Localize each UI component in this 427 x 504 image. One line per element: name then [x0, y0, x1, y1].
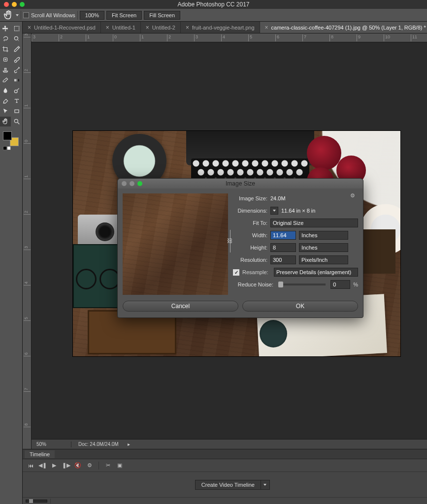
horizontal-ruler[interactable]: 32101234567891011121314	[32, 33, 427, 42]
minimize-window-button[interactable]	[12, 2, 17, 7]
crop-tool[interactable]	[0, 44, 11, 54]
window-controls	[4, 2, 25, 7]
split-clip-button[interactable]: ✂	[104, 462, 112, 470]
transition-button[interactable]: ▣	[116, 462, 124, 470]
dimensions-value: 11.64 in × 8 in	[281, 208, 315, 214]
dimensions-unit-dropdown[interactable]	[270, 207, 278, 215]
create-video-timeline-button[interactable]: Create Video Timeline	[195, 480, 270, 490]
go-to-first-frame-button[interactable]: ⏮	[27, 462, 34, 470]
ruler-tick: 3	[24, 33, 31, 37]
horizontal-scrollbar[interactable]	[137, 442, 427, 446]
zoom-100-button[interactable]: 100%	[80, 11, 104, 20]
foreground-swatch[interactable]	[3, 131, 12, 140]
ruler-tick: 9	[357, 34, 361, 41]
next-frame-button[interactable]: ❚▶	[62, 462, 70, 470]
close-window-button[interactable]	[4, 2, 9, 7]
brush-tool[interactable]	[11, 55, 22, 64]
settings-gear-icon[interactable]: ⚙	[86, 462, 94, 470]
close-tab-icon[interactable]: ×	[186, 24, 189, 31]
dialog-titlebar[interactable]: Image Size	[118, 179, 363, 189]
reduce-noise-slider[interactable]	[278, 284, 326, 285]
resolution-field[interactable]	[270, 255, 296, 264]
reduce-noise-field[interactable]	[330, 280, 350, 289]
ruler-tick: 3	[32, 34, 35, 41]
path-select-tool[interactable]	[0, 106, 11, 116]
hand-tool[interactable]	[0, 117, 11, 126]
fit-to-label: Fit To:	[233, 220, 267, 226]
tab-label: Untitled-1	[112, 25, 135, 31]
blur-tool[interactable]	[0, 86, 11, 95]
pen-tool[interactable]	[0, 96, 11, 106]
zoom-tool[interactable]	[11, 117, 22, 126]
ruler-tick: 11	[411, 34, 417, 41]
height-field[interactable]	[270, 243, 296, 252]
document-tab[interactable]: ×Untitled-1	[101, 22, 141, 33]
ruler-tick: 4	[24, 282, 31, 285]
fit-screen-button[interactable]: Fit Screen	[106, 11, 142, 20]
height-unit-select[interactable]: Inches	[299, 243, 348, 252]
close-tab-icon[interactable]: ×	[106, 24, 109, 31]
document-tab[interactable]: ×Untitled-1-Recovered.psd	[23, 22, 101, 33]
reduce-noise-label: Reduce Noise:	[233, 282, 273, 287]
fill-screen-button[interactable]: Fill Screen	[144, 11, 180, 20]
timeline-tab[interactable]: Timeline	[25, 450, 55, 458]
close-tab-icon[interactable]: ×	[28, 24, 31, 31]
timeline-zoom-slider[interactable]	[26, 500, 47, 503]
healing-brush-tool[interactable]	[0, 55, 11, 64]
create-video-dropdown[interactable]	[261, 480, 270, 490]
doc-info[interactable]: Doc: 24.0M/24.0M	[78, 441, 119, 447]
ok-button[interactable]: OK	[242, 301, 358, 312]
close-tab-icon[interactable]: ×	[265, 24, 268, 31]
resolution-unit-select[interactable]: Pixels/Inch	[299, 255, 348, 264]
document-tab[interactable]: ×Untitled-2	[141, 22, 181, 33]
zoom-level[interactable]: 50%	[36, 441, 64, 447]
ruler-tick: 5	[24, 317, 31, 321]
eraser-tool[interactable]	[0, 75, 11, 85]
fit-to-select[interactable]: Original Size	[270, 219, 358, 227]
ruler-tick: 5	[248, 34, 252, 41]
prev-frame-button[interactable]: ◀❚	[38, 462, 46, 470]
vertical-ruler[interactable]: 321012345678910	[23, 33, 32, 449]
eyedropper-tool[interactable]	[11, 44, 22, 54]
dodge-tool[interactable]	[11, 86, 22, 95]
maximize-window-button[interactable]	[20, 2, 25, 7]
link-width-height-icon[interactable]: ⛓	[228, 230, 233, 252]
resample-label: Resample:	[242, 269, 271, 275]
resample-method-select[interactable]: Preserve Details (enlargement)	[274, 268, 358, 277]
width-field[interactable]	[270, 231, 296, 240]
timeline-transport: ⏮ ◀❚ ▶ ❚▶ 🔇 ⚙ ✂ ▣	[23, 459, 427, 472]
cancel-button[interactable]: Cancel	[123, 301, 238, 312]
tool-panel	[0, 22, 23, 504]
type-tool[interactable]	[11, 96, 22, 106]
close-tab-icon[interactable]: ×	[146, 24, 149, 31]
svg-point-6	[14, 119, 18, 123]
tool-preset-dropdown[interactable]	[16, 14, 19, 16]
document-tab[interactable]: ×camera-classic-coffee-407294 (1).jpg @ …	[260, 22, 427, 33]
ruler-tick: 2	[24, 69, 31, 73]
rectangle-tool[interactable]	[11, 106, 22, 116]
play-button[interactable]: ▶	[50, 462, 58, 470]
history-brush-tool[interactable]	[11, 65, 22, 75]
ruler-tick: 1	[140, 34, 144, 41]
dialog-preview-image[interactable]	[123, 193, 228, 295]
resample-checkbox[interactable]: ✓	[233, 269, 239, 276]
image-size-dialog: Image Size ⚙ Image Size: 24.0M Dimension…	[117, 178, 363, 318]
svg-rect-3	[14, 79, 19, 82]
marquee-tool[interactable]	[11, 24, 22, 33]
gradient-tool[interactable]	[11, 75, 22, 85]
quick-select-tool[interactable]	[11, 34, 22, 44]
ruler-tick: 2	[167, 34, 171, 41]
mute-button[interactable]: 🔇	[74, 462, 82, 470]
dialog-settings-gear-icon[interactable]: ⚙	[350, 192, 358, 200]
clone-stamp-tool[interactable]	[0, 65, 11, 75]
doc-info-arrow[interactable]: ▸	[128, 441, 130, 447]
ruler-tick: 7	[24, 388, 31, 392]
dialog-title: Image Size	[118, 180, 363, 187]
width-unit-select[interactable]: Inches	[299, 231, 348, 240]
lasso-tool[interactable]	[0, 34, 11, 44]
scroll-all-windows-checkbox[interactable]: Scroll All Windows	[23, 12, 75, 18]
ruler-tick: 7	[302, 34, 306, 41]
color-swatches[interactable]	[3, 131, 19, 149]
document-tab[interactable]: ×fruit-and-veggie-heart.png	[181, 22, 260, 33]
move-tool[interactable]	[0, 24, 11, 33]
